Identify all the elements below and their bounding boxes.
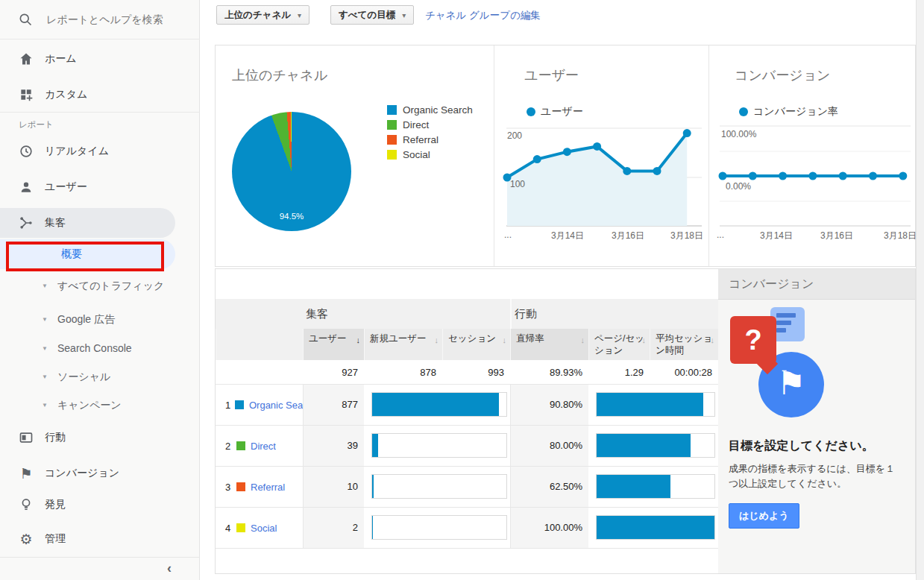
search-input[interactable] [45,13,182,26]
sort-arrow-icon: ↓ [642,334,647,346]
sidebar-item-campaigns[interactable]: ▼ キャンペーン [0,394,186,415]
sidebar-item-label: Google 広告 [57,312,169,326]
sidebar-item-label: 発見 [45,498,66,511]
sidebar-item-all-traffic[interactable]: ▼ すべてのトラフィック [0,271,186,300]
users-bar-cell [364,467,510,507]
users-bar [372,516,373,539]
users-bar-cell [364,385,510,425]
bounce-rate-value: 62.50% [510,467,588,507]
column-header-bounce-rate[interactable]: 直帰率↓ [510,329,588,360]
bounce-rate-value: 100.00% [510,508,588,548]
x-axis-tick: 3月16日 [612,230,644,242]
sidebar-item-overview[interactable]: 概要 [0,239,200,269]
sidebar-item-acquisition[interactable]: 集客 [0,208,200,238]
bounce-bar-cell [588,385,718,425]
dropdown-label: 上位のチャネル [224,9,291,22]
legend-item: Referral [387,132,473,147]
y-axis-tick: 100 [510,179,525,189]
goal-panel-title: コンバージョン [718,269,915,300]
bounce-bar [597,393,703,416]
x-axis-tick: 3月14日 [760,230,793,242]
sidebar-item-home[interactable]: ホーム [0,44,200,74]
chevron-down-icon: ▾ [298,11,301,19]
row-rank: 4 [225,523,233,534]
legend-item: Direct [387,117,473,132]
expander-icon: ▼ [37,373,52,380]
sort-arrow-icon: ↓ [356,334,361,346]
channel-grouping-dropdown[interactable]: 上位のチャネル ▾ [216,5,309,25]
sidebar-item-behavior[interactable]: 行動 [0,423,200,453]
top-channels-panel: 上位のチャネル 94.5% Organic Search Direct Refe… [216,45,494,266]
column-header-pages-per-session[interactable]: ページ/セッション↓ [588,329,650,360]
scrollbar-track[interactable] [916,0,924,580]
sidebar-item-label: リアルタイム [45,145,109,158]
goal-illustration: ⚑ ? [729,307,915,426]
channel-color-swatch [236,523,245,532]
lightbulb-icon [19,497,34,512]
conversions-panel: コンバージョン コンバージョン率 100.00% 0.00% ... 3月14日… [708,45,916,266]
y-axis-tick: 100.00% [721,129,756,139]
column-header-new-users[interactable]: 新規ユーザー↓ [364,329,442,360]
users-value: 877 [303,385,364,425]
expander-icon: ▼ [37,402,52,409]
sort-arrow-icon: ↓ [503,334,507,346]
channel-link[interactable]: Social [251,523,277,534]
users-bar-cell [364,426,510,466]
sidebar-item-discover[interactable]: 発見 [0,490,200,520]
sidebar-item-search-console[interactable]: ▼ Search Console [0,338,186,359]
home-icon [19,51,34,66]
legend-item: Organic Search [387,102,473,117]
acquisition-icon [19,215,34,230]
legend-label: Direct [403,119,429,130]
collapse-sidebar-icon[interactable]: ‹ [167,561,172,576]
question-bubble-icon: ? [730,316,776,364]
sidebar-item-label: 概要 [61,248,82,261]
sidebar-item-google-ads[interactable]: ▼ Google 広告 [0,309,186,330]
sidebar-item-realtime[interactable]: リアルタイム [0,136,200,166]
sidebar-item-label: ユーザー [45,180,87,194]
table-row: 3Referral 10 62.50% [216,467,718,508]
column-header-avg-session-duration[interactable]: 平均セッション時間↓ [650,329,718,360]
search-field[interactable] [0,6,200,33]
channel-color-swatch [236,482,245,491]
channel-link[interactable]: Referral [251,482,285,493]
channel-color-swatch [235,400,244,409]
channel-link[interactable]: Direct [251,441,276,452]
y-axis-tick: 200 [507,130,522,141]
dropdown-label: すべての目標 [339,9,395,22]
edit-channel-grouping-link[interactable]: チャネル グループの編集 [425,9,541,22]
column-header-sessions[interactable]: セッション↓ [442,329,510,360]
sidebar-item-conversions[interactable]: ⚑ コンバージョン [0,458,200,488]
users-value: 2 [303,508,364,548]
sidebar-item-custom[interactable]: カスタム [0,80,200,110]
total-bounce-rate: 89.93% [510,360,588,384]
legend-label: Organic Search [403,104,473,116]
legend-swatch [387,120,397,130]
sidebar-item-audience[interactable]: ユーザー [0,172,200,202]
flag-icon: ⚑ [776,364,805,402]
chevron-down-icon: ▾ [402,11,406,19]
x-axis-tick: 3月14日 [551,230,584,242]
analytics-app: ホーム カスタム レポート リアルタイム ユーザー 集客 概要 ▼ すべ [0,0,924,580]
divider [0,112,200,113]
pie-slice-label: 94.5% [232,212,351,221]
legend-item: Social [387,147,473,162]
table-row: 4Social 2 100.00% [216,508,718,549]
sidebar-item-admin[interactable]: ⚙ 管理 [0,524,200,554]
conversions-goal-panel: コンバージョン ⚑ ? 目標を設定してください。 成果の指標を表示するには、目標… [718,269,915,573]
table-group-header-row: 集客 行動 [216,299,718,329]
row-rank: 2 [225,441,233,452]
gear-icon: ⚙ [19,531,34,548]
goal-filter-dropdown[interactable]: すべての目標 ▾ [330,5,414,25]
sidebar-item-social[interactable]: ▼ ソーシャル [0,366,186,387]
goal-heading: 目標を設定してください。 [729,438,905,454]
bounce-bar [597,434,691,457]
sidebar-item-label: Search Console [57,341,169,355]
channel-link[interactable]: Organic Search [249,400,303,411]
table-totals-row: 927 878 993 89.93% 1.29 00:00:28 [216,360,718,385]
column-header-users[interactable]: ユーザー↓ [303,329,364,360]
x-axis-tick: 3月18日 [670,230,703,242]
get-started-button[interactable]: はじめよう [729,503,799,529]
divider [0,39,200,40]
bounce-bar-cell [588,426,718,466]
